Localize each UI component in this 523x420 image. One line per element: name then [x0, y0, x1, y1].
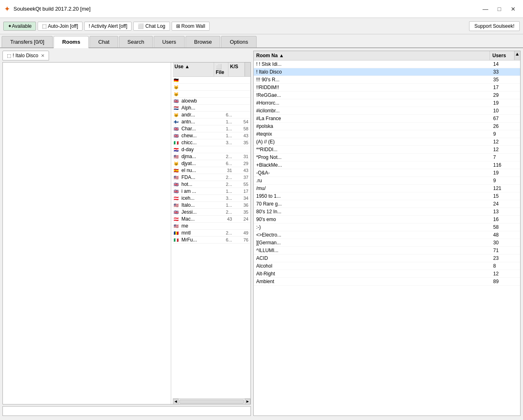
room-list-item[interactable]: Ambient 89 — [254, 278, 520, 286]
room-list-item[interactable]: 70 Rare g... 24 — [254, 200, 520, 208]
room-list-item[interactable]: 1950 to 1... 15 — [254, 192, 520, 200]
user-list-item[interactable]: 🇺🇸 djma... 2... 31 — [173, 153, 250, 160]
user-name: iceh... — [181, 195, 219, 201]
room-list-item[interactable]: /mu/ 121 — [254, 185, 520, 192]
room-list-item[interactable]: #icilombr... 10 — [254, 107, 520, 115]
room-name: #teqnix — [256, 131, 493, 137]
room-list-item[interactable]: 80's 12 In... 13 — [254, 208, 520, 216]
room-list-item[interactable]: +BlackMe... 116 — [254, 161, 520, 169]
user-list-item[interactable]: 🇦🇹 Mac... 43 24 — [173, 216, 250, 223]
user-list-item[interactable]: 🇺🇸 FDA... 2... 37 — [173, 174, 250, 181]
room-list-item[interactable]: *Prog Not... 7 — [254, 154, 520, 161]
hscroll-thumb[interactable] — [179, 400, 244, 404]
room-list-item[interactable]: !!RIDDIM!! 17 — [254, 84, 520, 92]
users-list-hscrollbar[interactable]: ◀ ▶ — [173, 398, 250, 404]
user-list-item[interactable]: 😺 djyat... 6... 29 — [173, 160, 250, 167]
tab-options[interactable]: Options — [221, 36, 257, 47]
user-list-item[interactable]: 🇬🇧 hot... 2... 55 — [173, 181, 250, 188]
user-list-item[interactable]: 😺 — [173, 84, 250, 91]
room-list-item[interactable]: !ReGGae... 29 — [254, 92, 520, 99]
user-list-item[interactable]: 🇭🇷 d-day — [173, 146, 250, 153]
tab-rooms[interactable]: Rooms — [54, 36, 89, 48]
user-list-item[interactable]: 🇫🇮 antn... 1... 54 — [173, 118, 250, 125]
user-list-item[interactable]: 😺 — [173, 91, 250, 98]
tab-browse[interactable]: Browse — [186, 36, 220, 47]
room-name: Alcohol — [256, 263, 493, 269]
room-list-item[interactable]: -Q&A- 19 — [254, 169, 520, 177]
room-list-item[interactable]: !!! 90's R... 35 — [254, 76, 520, 84]
user-kb: 17 — [233, 189, 250, 194]
user-flag-icon: 🇮🇹 — [174, 238, 180, 242]
rooms-header-scrollbar[interactable]: ▲ — [514, 51, 520, 60]
user-name: djyat... — [181, 161, 219, 166]
chat-input[interactable] — [2, 406, 251, 416]
room-list-item[interactable]: 90's emo 16 — [254, 216, 520, 223]
user-list-item[interactable]: 🇺🇸 Italo... 1... 36 — [173, 202, 250, 209]
rooms-header-name[interactable]: Room Na ▲ — [254, 51, 490, 60]
maximize-button[interactable]: □ — [494, 4, 505, 14]
auto-join-button[interactable]: ⬚ Auto-Join [off] — [38, 22, 83, 31]
users-header-kb[interactable]: K/S — [228, 63, 245, 76]
user-list-item[interactable]: 🇳🇱 Alph... — [173, 105, 250, 112]
users-list-scrollbar[interactable] — [245, 63, 250, 76]
tab-transfers[interactable]: Transfers [0/0] — [2, 36, 53, 47]
user-list-item[interactable]: 🇮🇹 MrFu... 6... 76 — [173, 237, 250, 244]
chat-log-button[interactable]: ⬜ Chat Log — [133, 22, 170, 31]
room-tab-italo-disco[interactable]: ⬚ ! Italo Disco ✕ — [2, 51, 49, 60]
room-list-item[interactable]: ACID 23 — [254, 255, 520, 262]
user-kb: 37 — [233, 175, 250, 180]
rooms-table-header: Room Na ▲ Users ▲ — [254, 51, 520, 60]
user-list-item[interactable]: 🇬🇧 i am ... 1... 17 — [173, 188, 250, 195]
room-list-item[interactable]: ][German... 30 — [254, 239, 520, 247]
rooms-header-users[interactable]: Users — [490, 51, 514, 60]
activity-alert-button[interactable]: ! Activity Alert [off] — [84, 22, 132, 31]
user-list-item[interactable]: 🇦🇹 iceh... 3... 34 — [173, 195, 250, 202]
user-files: 6... — [219, 237, 233, 242]
chat-messages[interactable] — [3, 63, 171, 404]
users-header-use[interactable]: Use ▲ — [173, 63, 214, 76]
rooms-table-body[interactable]: ! ! Slsk Idi... 14 ! Italo Disco 33 !!! … — [254, 60, 520, 416]
user-list-item[interactable]: 😺 andr... 6... — [173, 112, 250, 118]
room-list-item[interactable]: ^ILLUMI... 71 — [254, 247, 520, 255]
room-users-count: 67 — [493, 116, 518, 121]
user-list-item[interactable]: 🇬🇧 chew... 1... 43 — [173, 132, 250, 139]
room-name: 80's 12 In... — [256, 209, 493, 214]
user-list-item[interactable]: 🇬🇧 Char... 1... 58 — [173, 125, 250, 132]
room-list-item[interactable]: Alcohol 8 — [254, 262, 520, 270]
user-list-item[interactable]: 🇩🇪 — [173, 77, 250, 84]
user-list-item[interactable]: 🇮🇹 chicc... 3... 35 — [173, 139, 250, 146]
tab-users[interactable]: Users — [154, 36, 185, 47]
user-list-item[interactable]: 🇬🇧 Jessi... 2... 35 — [173, 209, 250, 216]
scroll-left-btn[interactable]: ◀ — [173, 399, 179, 404]
support-button[interactable]: Support Soulseek! — [469, 21, 520, 31]
room-list-item[interactable]: <>Electro... 48 — [254, 231, 520, 239]
users-header-file[interactable]: ⬜ File — [214, 63, 228, 76]
room-list-item[interactable]: **RIDDI... 12 — [254, 146, 520, 154]
user-list-item[interactable]: 🇺🇸 me — [173, 223, 250, 230]
minimize-button[interactable]: — — [480, 4, 491, 14]
room-list-item[interactable]: #Horrorc... 19 — [254, 99, 520, 107]
room-list-item[interactable]: (A) // (E) 12 — [254, 138, 520, 146]
room-list-item[interactable]: Alt-Right 12 — [254, 270, 520, 278]
tab-chat[interactable]: Chat — [89, 36, 118, 47]
room-list-item[interactable]: ! Italo Disco 33 — [254, 68, 520, 76]
scroll-right-btn[interactable]: ▶ — [245, 399, 250, 404]
room-list-item[interactable]: .ru 9 — [254, 177, 520, 185]
available-button[interactable]: ✦Available — [3, 22, 36, 31]
room-list-item[interactable]: ! ! Slsk Idi... 14 — [254, 60, 520, 68]
room-wall-button[interactable]: ⊞ Room Wall — [172, 22, 210, 31]
user-list-item[interactable]: 🇷🇴 mntl 2... 49 — [173, 230, 250, 237]
user-flag-icon: 🇳🇱 — [174, 106, 180, 110]
room-name: 1950 to 1... — [256, 193, 493, 199]
user-list-item[interactable]: 🇬🇧 aloewb — [173, 98, 250, 105]
room-list-item[interactable]: #teqnix 9 — [254, 130, 520, 138]
tab-search[interactable]: Search — [119, 36, 153, 47]
room-list-item[interactable]: #La France 67 — [254, 115, 520, 123]
users-list-scroll[interactable]: 🇩🇪 😺 😺 🇬🇧 aloewb 🇳🇱 Alph... 😺 andr... 6.… — [173, 77, 250, 398]
room-list-item[interactable]: :-) 58 — [254, 223, 520, 231]
room-tab-close-icon[interactable]: ✕ — [41, 53, 45, 58]
room-list-item[interactable]: #polska 26 — [254, 123, 520, 130]
room-users-count: 15 — [493, 193, 518, 199]
close-button[interactable]: ✕ — [507, 4, 519, 14]
user-list-item[interactable]: 🇪🇸 el nu... 31 43 — [173, 167, 250, 174]
